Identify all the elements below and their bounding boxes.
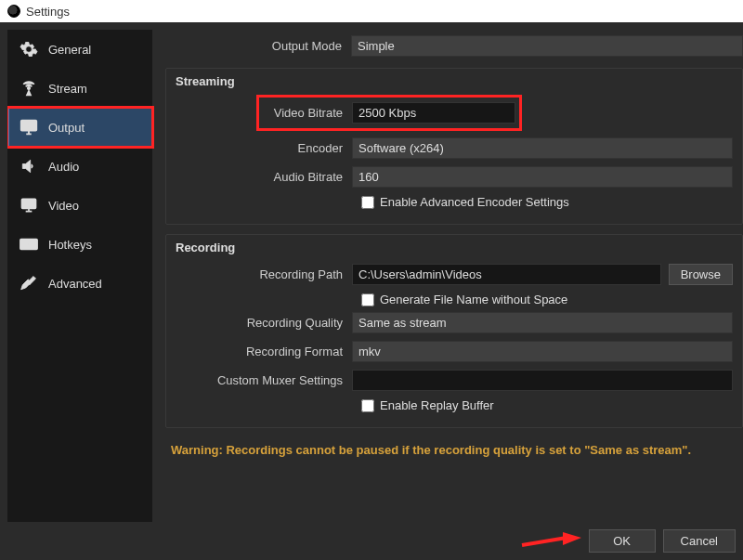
recording-title: Recording [176,241,733,254]
encoder-label: Encoder [166,141,352,155]
replay-buffer-label: Enable Replay Buffer [380,398,494,412]
recording-format-select[interactable]: mkv [352,341,733,362]
footer: OK Cancel [7,522,743,560]
sidebar-item-hotkeys[interactable]: Hotkeys [7,225,152,264]
gen-filename-checkbox[interactable] [361,293,374,306]
muxer-input[interactable] [352,370,733,391]
video-bitrate-highlight: Video Bitrate [259,98,519,128]
window-title: Settings [26,5,70,19]
sidebar-item-general[interactable]: General [7,30,152,69]
ok-button[interactable]: OK [589,529,656,553]
app-icon [7,5,20,18]
antenna-icon [19,78,39,98]
gear-icon [19,39,39,59]
video-bitrate-label: Video Bitrate [263,106,352,120]
streaming-group: Streaming Video Bitrate Encoder Software… [165,68,743,225]
browse-button[interactable]: Browse [669,264,733,285]
titlebar: Settings [0,0,743,22]
cancel-button[interactable]: Cancel [663,529,736,553]
tools-icon [19,273,39,293]
enable-advanced-encoder-label: Enable Advanced Encoder Settings [380,195,569,209]
sidebar-item-label: General [48,43,91,57]
enable-advanced-encoder-checkbox[interactable] [361,196,374,209]
sidebar-item-label: Output [48,121,85,135]
recording-path-input[interactable] [352,264,661,285]
recording-group: Recording Recording Path Browse Generate… [165,234,743,428]
replay-buffer-checkbox[interactable] [361,399,374,412]
encoder-select[interactable]: Software (x264) [352,137,733,159]
monitor-icon [19,195,39,215]
muxer-label: Custom Muxer Settings [166,373,352,387]
sidebar: General Stream Output Audio [7,30,152,522]
sidebar-item-label: Video [48,199,79,213]
warning-text: Warning: Recordings cannot be paused if … [171,443,743,457]
keyboard-icon [19,234,39,254]
sidebar-item-output[interactable]: Output [7,108,152,147]
output-mode-select[interactable]: Simple [351,35,743,57]
sidebar-item-label: Advanced [48,277,102,291]
sidebar-item-stream[interactable]: Stream [7,69,152,108]
video-bitrate-input[interactable] [352,102,515,124]
audio-bitrate-label: Audio Bitrate [166,170,352,184]
audio-bitrate-select[interactable]: 160 [352,166,733,188]
speaker-icon [19,156,39,176]
sidebar-item-advanced[interactable]: Advanced [7,264,152,303]
streaming-title: Streaming [176,74,733,88]
recording-quality-label: Recording Quality [166,316,352,330]
sidebar-item-audio[interactable]: Audio [7,147,152,186]
content-panel: Output Mode Simple Streaming Video Bitra… [152,30,743,522]
svg-rect-2 [22,199,36,208]
gen-filename-label: Generate File Name without Space [380,293,567,306]
recording-path-label: Recording Path [166,267,352,281]
sidebar-item-label: Stream [48,82,87,96]
red-arrow-annotation [520,528,585,551]
output-mode-label: Output Mode [165,39,351,53]
sidebar-item-label: Audio [48,160,79,174]
monitor-arrow-icon [19,117,39,137]
recording-quality-select[interactable]: Same as stream [352,312,733,333]
sidebar-item-video[interactable]: Video [7,186,152,225]
recording-format-label: Recording Format [166,345,352,358]
sidebar-item-label: Hotkeys [48,238,92,252]
